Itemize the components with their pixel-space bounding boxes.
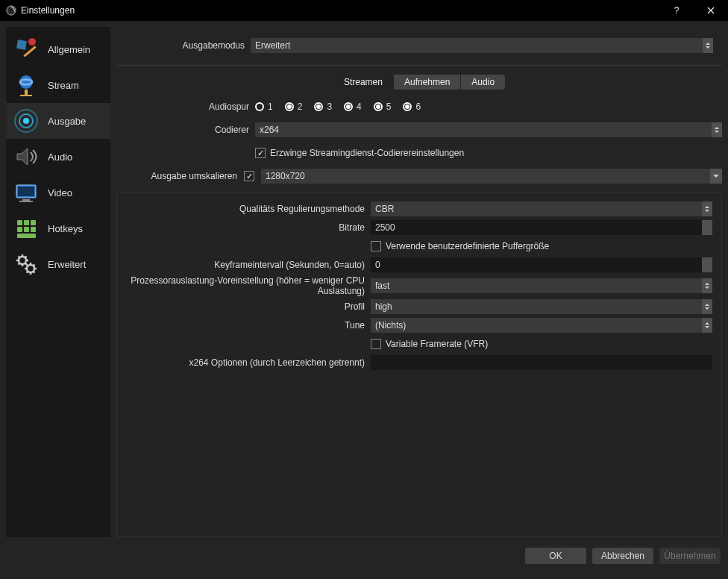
keyframe-input[interactable]: 0 [371,257,712,272]
tab-record[interactable]: Aufnehmen [394,75,460,90]
profile-label: Profil [117,301,371,312]
spinner-icon [702,318,712,333]
svg-rect-7 [25,90,28,96]
sidebar-item-video[interactable]: Video [6,175,110,210]
cpu-preset-select[interactable]: fast [371,278,712,293]
spinner-icon [712,122,722,137]
audio-track-1[interactable]: 1 [255,101,273,112]
svg-rect-19 [17,227,22,232]
apply-button: Übernehmen [659,548,721,564]
output-mode-value: Erweitert [255,40,290,51]
hotkeys-icon [10,213,42,244]
custom-buffer-checkbox[interactable] [371,241,381,251]
custom-buffer-label: Verwende benutzerdefinierte Puffergröße [386,241,549,251]
sidebar-item-label: Allgemein [48,44,90,55]
sidebar-item-label: Stream [48,80,79,91]
rescale-select[interactable]: 1280x720 [261,169,722,184]
obs-logo-icon [6,5,16,16]
audio-track-4[interactable]: 4 [344,101,362,112]
tab-stream[interactable]: Streamen [333,75,393,90]
svg-rect-20 [24,227,29,232]
svg-rect-18 [31,220,36,225]
spinner-icon [702,201,712,216]
svg-rect-22 [17,234,36,238]
spinner-icon [702,220,712,235]
rescale-checkbox[interactable] [244,171,254,181]
vfr-label: Variable Framerate (VFR) [386,339,488,349]
rate-control-label: Qualitäts Regulierungsmethode [117,204,371,214]
rescale-label: Ausgabe umskalieren [116,171,243,181]
svg-point-24 [27,265,34,272]
tab-audio[interactable]: Audio [461,75,505,90]
cancel-button[interactable]: Abbrechen [592,548,653,564]
encoder-value: x264 [260,125,279,135]
ok-button[interactable]: OK [525,548,586,564]
video-icon [10,177,42,208]
vfr-checkbox[interactable] [371,339,381,349]
main-panel: Ausgabemodus Erweitert Streamen Aufnehme… [116,27,722,537]
output-tabs: Streamen Aufnehmen Audio [333,75,505,90]
sidebar-item-stream[interactable]: Stream [6,67,110,103]
audio-track-2[interactable]: 2 [285,101,303,112]
svg-rect-8 [20,95,32,96]
output-mode-select[interactable]: Erweitert [251,38,713,53]
tune-select[interactable]: (Nichts) [371,318,712,333]
sidebar-item-output[interactable]: Ausgabe [6,103,110,139]
rate-control-select[interactable]: CBR [371,201,712,216]
dialog-footer: OK Abbrechen Übernehmen [0,543,728,570]
bitrate-label: Bitrate [117,222,371,233]
svg-rect-14 [22,199,30,201]
sidebar-item-label: Video [48,187,72,198]
spinner-icon [702,278,712,293]
keyframe-label: Keyframeintervall (Sekunden, 0=auto) [117,260,371,270]
svg-point-4 [28,38,36,46]
window-title: Einstellungen [21,5,659,16]
audio-track-6[interactable]: 6 [403,101,421,112]
enforce-label: Erzwinge Streamingdienst-Codierereinstel… [270,148,464,158]
svg-rect-17 [24,220,29,225]
general-icon [10,34,42,65]
output-icon [10,105,42,137]
encoder-label: Codierer [116,125,255,135]
close-button[interactable] [694,0,728,21]
help-button[interactable]: ? [659,0,694,21]
svg-rect-15 [19,201,33,202]
x264opts-label: x264 Optionen (durch Leerzeichen getrenn… [117,357,371,368]
cpu-preset-label: Prozessorauslastung-Voreinstellung (höhe… [117,275,371,296]
titlebar: Einstellungen ? [0,0,728,21]
svg-point-5 [19,75,33,89]
sidebar-item-label: Audio [48,151,72,163]
dropdown-icon [710,169,722,184]
encoder-settings-panel: Qualitäts Regulierungsmethode CBR Bitrat… [116,193,722,537]
bitrate-input[interactable]: 2500 [371,220,712,235]
encoder-select[interactable]: x264 [255,122,722,137]
spinner-icon [703,38,713,53]
audio-track-5[interactable]: 5 [374,101,392,112]
svg-point-23 [19,257,26,264]
profile-select[interactable]: high [371,299,712,314]
svg-point-9 [23,118,29,124]
sidebar-item-general[interactable]: Allgemein [6,31,110,67]
sidebar-item-audio[interactable]: Audio [6,139,110,175]
stream-icon [10,69,42,101]
svg-rect-13 [18,187,34,196]
sidebar-item-advanced[interactable]: Erweitert [6,246,110,282]
rescale-value: 1280x720 [266,171,305,181]
svg-point-1 [10,9,13,12]
x264opts-input[interactable] [371,355,712,370]
audio-track-3[interactable]: 3 [314,101,332,112]
sidebar-item-label: Hotkeys [48,223,83,234]
sidebar-item-label: Ausgabe [48,116,86,127]
audio-track-label: Audiospur [116,101,255,112]
sidebar-item-label: Erweitert [48,259,86,270]
output-mode-label: Ausgabemodus [116,40,251,51]
advanced-icon [10,248,42,280]
sidebar: Allgemein Stream Ausgabe Audio Video [6,27,110,537]
svg-rect-3 [16,40,27,50]
spinner-icon [702,299,712,314]
svg-rect-16 [17,220,22,225]
sidebar-item-hotkeys[interactable]: Hotkeys [6,210,110,246]
audio-icon [10,141,42,172]
enforce-checkbox[interactable] [255,148,266,158]
spinner-icon [702,257,712,272]
